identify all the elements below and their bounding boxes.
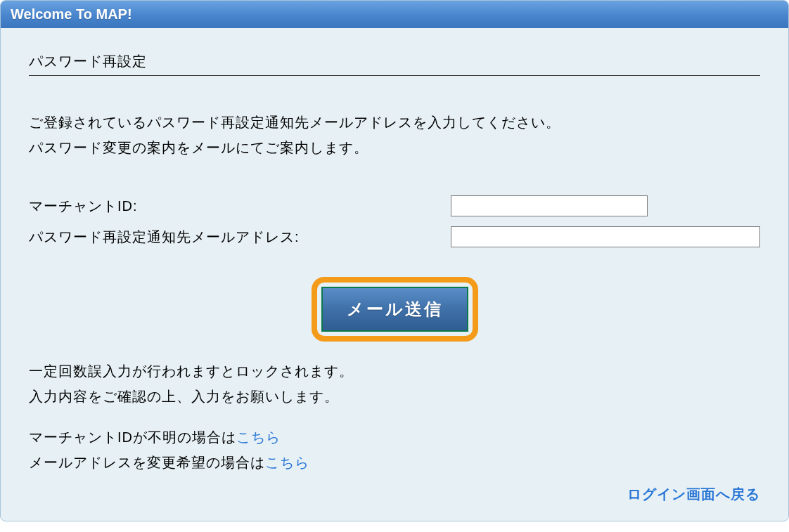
instruction-block: ご登録されているパスワード再設定通知先メールアドレスを入力してください。 パスワ…	[29, 110, 760, 160]
email-label: パスワード再設定通知先メールアドレス:	[29, 228, 451, 247]
merchant-id-label: マーチャントID:	[29, 197, 451, 216]
send-mail-button[interactable]: メール送信	[321, 287, 468, 332]
warning-line-2: 入力内容をご確認の上、入力をお願いします。	[29, 384, 760, 409]
header-title: Welcome To MAP!	[11, 6, 132, 22]
email-row: パスワード再設定通知先メールアドレス:	[29, 226, 760, 247]
highlight-frame: メール送信	[312, 277, 478, 342]
section-title: パスワード再設定	[29, 52, 760, 76]
panel-body: パスワード再設定 ご登録されているパスワード再設定通知先メールアドレスを入力して…	[1, 28, 788, 521]
main-panel: Welcome To MAP! パスワード再設定 ご登録されているパスワード再設…	[0, 0, 789, 521]
email-help-prefix: メールアドレスを変更希望の場合は	[29, 455, 265, 470]
back-row: ログイン画面へ戻る	[29, 485, 760, 504]
merchant-help-row: マーチャントIDが不明の場合はこちら	[29, 424, 760, 450]
back-to-login-link[interactable]: ログイン画面へ戻る	[627, 486, 760, 502]
button-row: メール送信	[29, 277, 760, 342]
warning-line-1: 一定回数誤入力が行われますとロックされます。	[29, 358, 760, 384]
email-help-link[interactable]: こちら	[265, 455, 309, 470]
email-help-row: メールアドレスを変更希望の場合はこちら	[29, 450, 760, 475]
merchant-help-link[interactable]: こちら	[236, 429, 281, 445]
help-links-block: マーチャントIDが不明の場合はこちら メールアドレスを変更希望の場合はこちら	[29, 424, 760, 475]
merchant-help-prefix: マーチャントIDが不明の場合は	[29, 429, 236, 445]
panel-header: Welcome To MAP!	[1, 1, 788, 28]
merchant-id-input[interactable]	[451, 195, 648, 216]
merchant-id-row: マーチャントID:	[29, 195, 760, 216]
instruction-line-1: ご登録されているパスワード再設定通知先メールアドレスを入力してください。	[29, 110, 760, 135]
email-input[interactable]	[451, 226, 760, 247]
warning-block: 一定回数誤入力が行われますとロックされます。 入力内容をご確認の上、入力をお願い…	[29, 358, 760, 409]
instruction-line-2: パスワード変更の案内をメールにてご案内します。	[29, 135, 760, 160]
